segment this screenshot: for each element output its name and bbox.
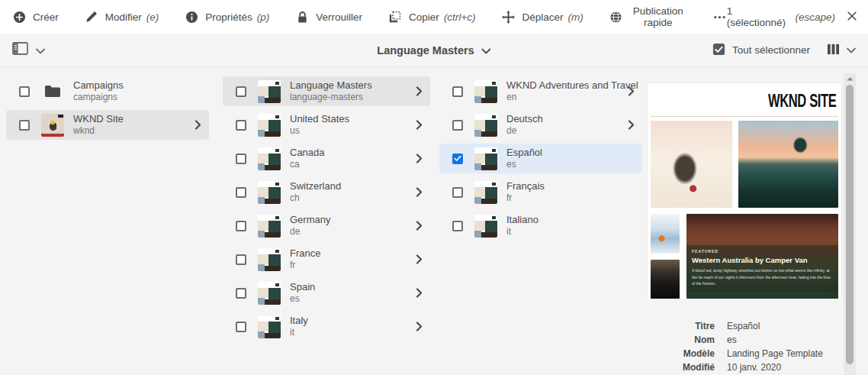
preview-scrollbar[interactable]: [844, 73, 856, 375]
property-label: Modifié: [648, 360, 715, 374]
checkbox[interactable]: [19, 86, 30, 97]
toolbar-create-label: Créer: [33, 11, 59, 23]
checkbox[interactable]: [19, 120, 30, 131]
list-item-language-masters[interactable]: Language Masterslanguage-masters: [223, 76, 430, 106]
column-view-icon: [827, 43, 840, 58]
page-thumbnail: [474, 147, 497, 170]
toolbar-copy-button[interactable]: Copier(ctrl+c): [388, 10, 475, 24]
chevron-down-icon: [482, 44, 491, 57]
item-path-name: it: [290, 327, 308, 338]
toolbar-copy-label: Copier: [409, 11, 439, 23]
property-label: Modèle: [648, 347, 715, 360]
page-thumbnail: [474, 80, 497, 103]
chevron-right-icon[interactable]: [414, 251, 424, 267]
selection-escape-hint: (escape): [795, 11, 835, 23]
column-view-switcher[interactable]: [827, 43, 856, 58]
list-item-fr[interactable]: Françaisfr: [439, 177, 642, 207]
toolbar-properties-shortcut: (p): [257, 11, 270, 23]
list-item-es[interactable]: Españoles: [439, 144, 642, 173]
item-text: Italianoit: [506, 214, 538, 237]
checkbox[interactable]: [236, 187, 246, 198]
chevron-right-icon[interactable]: [414, 318, 424, 335]
item-title: Campaigns: [73, 79, 124, 92]
skateboarder-photo: [651, 121, 732, 208]
toolbar-lock-button[interactable]: Verrouiller: [295, 10, 362, 24]
checkbox[interactable]: [236, 288, 246, 299]
list-item-ch[interactable]: Switzerlandch: [223, 177, 430, 207]
content-rail-toggle[interactable]: [12, 42, 45, 58]
item-text: Canadaca: [290, 147, 325, 170]
list-item-it[interactable]: Italianoit: [439, 211, 642, 241]
list-item-de[interactable]: Deutschde: [439, 110, 642, 140]
checkbox[interactable]: [236, 322, 246, 332]
property-value: 10 janv. 2020: [727, 360, 841, 374]
page-thumbnail: [258, 315, 281, 338]
item-text: Deutschde: [506, 113, 543, 136]
item-path-name: it: [506, 226, 538, 238]
close-selection-button[interactable]: [847, 11, 857, 24]
select-all-label: Tout sélectionner: [732, 44, 810, 56]
chevron-right-icon[interactable]: [414, 184, 424, 200]
list-item-fr[interactable]: Francefr: [223, 244, 430, 274]
property-row: TitreEspañol: [648, 319, 841, 333]
chevron-right-icon[interactable]: [414, 218, 424, 234]
list-item-us[interactable]: United Statesus: [223, 110, 430, 140]
page-thumbnail: [258, 215, 281, 238]
column-browser: CampaignscampaignsWKND Sitewknd Language…: [0, 67, 868, 375]
toolbar-edit-button[interactable]: Modifier(e): [85, 10, 159, 24]
checkbox[interactable]: [452, 120, 463, 131]
page-thumbnail: [258, 114, 281, 137]
item-title: Switzerland: [290, 180, 341, 192]
checkbox[interactable]: [452, 221, 463, 231]
property-label: Nom: [648, 333, 715, 347]
checkbox[interactable]: [452, 187, 463, 198]
page-thumbnail: [474, 114, 497, 137]
breadcrumb-dropdown[interactable]: Language Masters: [377, 44, 490, 57]
chevron-right-icon[interactable]: [626, 117, 636, 133]
chevron-right-icon[interactable]: [626, 83, 636, 99]
item-title: Language Masters: [290, 79, 372, 92]
copy-icon: [388, 10, 402, 24]
toolbar-more-button[interactable]: [713, 10, 727, 24]
checkbox[interactable]: [236, 154, 246, 164]
chevron-right-icon[interactable]: [193, 117, 203, 133]
page-thumbnail: [41, 114, 64, 137]
list-item-de[interactable]: Germanyde: [223, 211, 430, 241]
property-row: ModèleLanding Page Template: [648, 347, 841, 360]
checkbox[interactable]: [236, 254, 246, 265]
list-item-wknd[interactable]: WKND Sitewknd: [6, 110, 209, 140]
toolbar-create-button[interactable]: Créer: [12, 10, 59, 24]
toolbar-lock-label: Verrouiller: [316, 11, 362, 23]
toolbar-quick-publish-button[interactable]: Publication rapide: [609, 5, 687, 28]
plus-circle-icon: [12, 10, 26, 24]
scrollbar-thumb[interactable]: [846, 85, 854, 364]
toolbar-move-shortcut: (m): [568, 11, 583, 23]
list-item-campaigns[interactable]: Campaignscampaigns: [6, 76, 209, 106]
item-path-name: campaigns: [73, 92, 124, 103]
checkbox[interactable]: [236, 120, 246, 131]
checkbox[interactable]: [452, 86, 463, 97]
checkbox[interactable]: [236, 86, 246, 97]
toolbar-move-button[interactable]: Déplacer(m): [502, 10, 583, 24]
featured-article-overlay: FEATURED Western Australia by Camper Van…: [686, 245, 838, 293]
checkbox[interactable]: [236, 221, 246, 231]
list-item-ca[interactable]: Canadaca: [223, 144, 430, 173]
chevron-right-icon[interactable]: [414, 117, 424, 133]
toolbar-properties-button[interactable]: Propriétés(p): [185, 10, 269, 24]
select-all-button[interactable]: Tout sélectionner: [712, 43, 810, 58]
property-value: Español: [727, 319, 841, 333]
list-item-it[interactable]: Italyit: [223, 312, 430, 341]
chevron-right-icon[interactable]: [414, 150, 424, 166]
view-bar: Language Masters Tout sélectionner: [0, 34, 868, 67]
chevron-right-icon[interactable]: [414, 83, 424, 99]
toolbar-edit-shortcut: (e): [146, 11, 159, 23]
scroll-up-arrow-icon[interactable]: [844, 73, 856, 83]
item-text: Italyit: [290, 315, 308, 338]
list-item-en[interactable]: WKND Adventures and Travelen: [439, 76, 642, 106]
chevron-right-icon[interactable]: [414, 285, 424, 301]
column-root: CampaignscampaignsWKND Sitewknd: [6, 76, 209, 144]
list-item-es[interactable]: Spaines: [223, 278, 430, 308]
checkbox-checked[interactable]: [452, 154, 463, 164]
property-row: Modifié10 janv. 2020: [648, 360, 841, 374]
item-text: Campaignscampaigns: [73, 79, 124, 102]
